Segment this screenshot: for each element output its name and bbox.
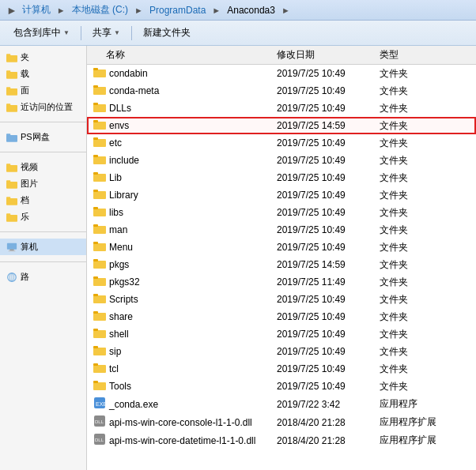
table-row[interactable]: etc2019/7/25 10:49文件夹 [87, 134, 476, 152]
file-type-cell: 文件夹 [380, 328, 451, 341]
file-type-cell: 文件夹 [380, 363, 451, 376]
file-date-cell: 2019/7/25 14:59 [277, 259, 380, 270]
file-type-cell: 文件夹 [380, 293, 451, 306]
svg-rect-61 [93, 381, 98, 383]
svg-rect-48 [93, 278, 106, 286]
svg-rect-10 [6, 164, 17, 171]
nav-back-icon[interactable]: ► [6, 4, 17, 17]
svg-rect-42 [93, 226, 106, 234]
file-name-text: Lib [109, 172, 122, 183]
table-row[interactable]: include2019/7/25 10:49文件夹 [87, 152, 476, 169]
table-row[interactable]: man2019/7/25 10:49文件夹 [87, 221, 476, 239]
network-icon [6, 272, 17, 283]
folder-icon [6, 162, 17, 173]
file-name-text: include [109, 155, 139, 166]
table-row[interactable]: share2019/7/25 10:49文件夹 [87, 308, 476, 325]
table-row[interactable]: DLLs2019/7/25 10:49文件夹 [87, 100, 476, 117]
file-list: condabin2019/7/25 10:49文件夹conda-meta2019… [87, 65, 476, 449]
file-name-text: DLLs [109, 103, 131, 114]
folder-icon [6, 102, 17, 113]
address-bar: ► 计算机 ► 本地磁盘 (C:) ► ProgramData ► Anacon… [0, 0, 476, 21]
table-row[interactable]: envs2019/7/25 14:59文件夹 [87, 117, 476, 134]
svg-rect-55 [93, 329, 98, 331]
table-row[interactable]: conda-meta2019/7/25 10:49文件夹 [87, 82, 476, 100]
svg-rect-8 [6, 134, 17, 141]
file-date-cell: 2019/7/25 10:49 [277, 68, 380, 79]
svg-rect-2 [6, 71, 17, 78]
table-row[interactable]: sip2019/7/25 10:49文件夹 [87, 343, 476, 360]
col-header-name[interactable]: 名称 [87, 48, 277, 62]
folder-icon [93, 154, 106, 167]
breadcrumb-anaconda3[interactable]: Anaconda3 [227, 5, 275, 16]
file-name-cell: DLLapi-ms-win-core-console-l1-1-0.dll [87, 415, 277, 430]
table-row[interactable]: DLLapi-ms-win-core-console-l1-1-0.dll201… [87, 413, 476, 431]
sidebar-item-pictures[interactable]: 图片 [0, 175, 86, 192]
folder-icon [93, 119, 106, 132]
sidebar-item-network[interactable]: 路 [0, 269, 86, 285]
svg-rect-49 [93, 276, 98, 279]
breadcrumb-programdata[interactable]: ProgramData [149, 5, 206, 16]
sidebar-item-music[interactable]: 乐 [0, 209, 86, 225]
table-row[interactable]: shell2019/7/25 10:49文件夹 [87, 325, 476, 343]
folder-icon [6, 212, 17, 223]
table-row[interactable]: Lib2019/7/25 10:49文件夹 [87, 169, 476, 186]
sidebar-item-computer[interactable]: 算机 [0, 239, 86, 255]
file-type-cell: 文件夹 [380, 102, 451, 115]
file-date-cell: 2019/7/25 10:49 [277, 172, 380, 183]
svg-rect-28 [93, 104, 106, 112]
table-row[interactable]: Menu2019/7/25 10:49文件夹 [87, 239, 476, 256]
svg-rect-54 [93, 330, 106, 338]
include-library-button[interactable]: 包含到库中 ▼ [6, 23, 77, 43]
file-type-cell: 文件夹 [380, 137, 451, 150]
svg-rect-30 [93, 122, 106, 130]
col-header-date[interactable]: 修改日期 [277, 48, 380, 62]
cloud-icon [6, 132, 17, 143]
svg-rect-20 [9, 250, 16, 251]
folder-icon [93, 206, 106, 219]
sidebar-item-ps-drive[interactable]: PS网盘 [0, 129, 86, 145]
table-row[interactable]: pkgs322019/7/25 11:49文件夹 [87, 273, 476, 291]
svg-rect-4 [6, 88, 17, 95]
sidebar-item-favorites-folder1[interactable]: 夹 [0, 49, 86, 66]
table-row[interactable]: libs2019/7/25 10:49文件夹 [87, 204, 476, 221]
new-folder-button[interactable]: 新建文件夹 [136, 23, 198, 43]
table-row[interactable]: Scripts2019/7/25 10:49文件夹 [87, 291, 476, 308]
svg-rect-25 [93, 68, 98, 70]
file-name-cell: Library [87, 189, 277, 201]
sidebar-item-recent[interactable]: 近访问的位置 [0, 99, 86, 115]
file-date-cell: 2019/7/25 10:49 [277, 137, 380, 149]
svg-rect-26 [93, 87, 106, 95]
table-row[interactable]: Library2019/7/25 10:49文件夹 [87, 186, 476, 204]
breadcrumb-drive[interactable]: 本地磁盘 (C:) [72, 3, 128, 17]
table-row[interactable]: Tools2019/7/25 10:49文件夹 [87, 378, 476, 395]
folder-icon [93, 224, 106, 236]
file-type-cell: 文件夹 [380, 345, 451, 359]
sidebar-item-docs[interactable]: 档 [0, 192, 86, 209]
file-type-cell: 文件夹 [380, 276, 451, 289]
sidebar-section-favorites: 夹 载 面 近访问的位置 [0, 46, 86, 118]
col-header-type[interactable]: 类型 [380, 48, 451, 62]
svg-rect-38 [93, 191, 106, 199]
folder-icon [93, 171, 106, 184]
table-row[interactable]: pkgs2019/7/25 14:59文件夹 [87, 256, 476, 273]
table-row[interactable]: EXE_conda.exe2019/7/22 3:42应用程序 [87, 395, 476, 413]
sidebar-item-favorites-folder2[interactable]: 载 [0, 66, 86, 82]
sidebar-item-favorites-folder3[interactable]: 面 [0, 82, 86, 99]
file-type-cell: 应用程序 [380, 397, 451, 411]
file-date-cell: 2019/7/25 10:49 [277, 311, 380, 322]
file-name-cell: tcl [87, 363, 277, 375]
share-button[interactable]: 共享 ▼ [85, 23, 127, 43]
sidebar: 夹 载 面 近访问的位置 [0, 46, 87, 470]
file-date-cell: 2019/7/25 10:49 [277, 329, 380, 340]
svg-rect-34 [93, 156, 106, 164]
sidebar-item-video[interactable]: 视频 [0, 159, 86, 175]
file-name-text: Library [109, 190, 138, 201]
table-row[interactable]: tcl2019/7/25 10:49文件夹 [87, 360, 476, 378]
table-row[interactable]: DLLapi-ms-win-core-datetime-l1-1-0.dll20… [87, 431, 476, 449]
folder-icon [6, 195, 17, 206]
svg-rect-9 [6, 133, 10, 136]
dll-icon: DLL [93, 415, 106, 430]
breadcrumb-computer[interactable]: 计算机 [22, 3, 51, 17]
file-name-text: man [109, 224, 127, 235]
table-row[interactable]: condabin2019/7/25 10:49文件夹 [87, 65, 476, 82]
